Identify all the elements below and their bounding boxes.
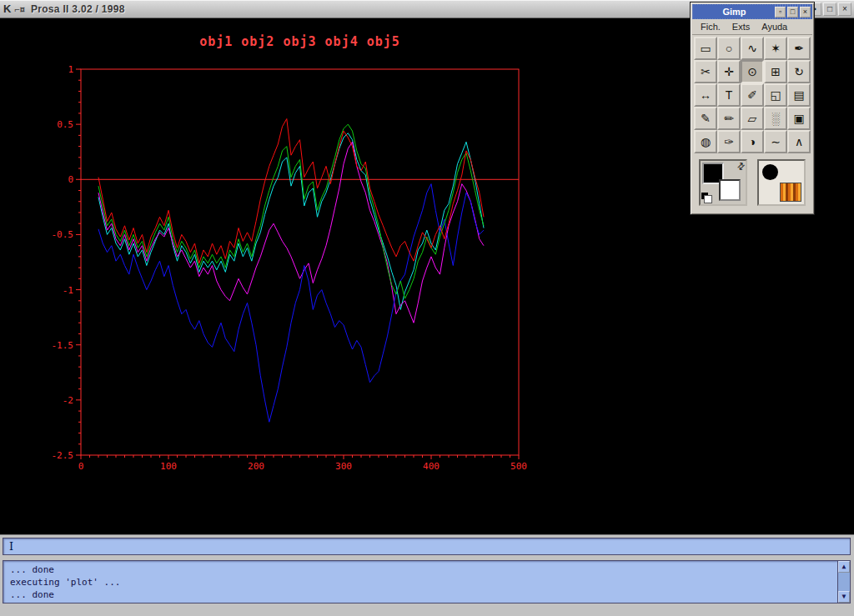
x-tick-label: 100 [160, 461, 177, 472]
clone-tool[interactable]: ▣ [787, 107, 811, 130]
series-obj3-line [98, 184, 484, 423]
gimp-menubar: Fich.ExtsAyuda [692, 19, 812, 35]
blend-tool-icon: ▤ [793, 88, 804, 102]
ink-tool[interactable]: ✑ [717, 130, 741, 153]
close-button[interactable]: × [838, 3, 851, 16]
dodge-burn-tool-icon: ◑ [749, 135, 756, 148]
scissors-tool[interactable]: ✂ [694, 60, 717, 83]
gimp-shade-button[interactable]: ▫ [775, 7, 786, 18]
console-output: ... doneexecuting 'plot' ...... done ▲ ▼ [3, 560, 851, 603]
rect-select-tool-icon: ▭ [700, 42, 711, 55]
window-title: Prosa II 3.02 / 1998 [31, 3, 125, 15]
gimp-titlebar[interactable]: Gimp ▫□× [692, 4, 812, 19]
x-tick-label: 200 [248, 461, 264, 472]
rect-select-tool[interactable]: ▭ [694, 37, 717, 60]
bezier-select-tool[interactable]: ✒ [787, 37, 811, 60]
move-tool-icon: ✛ [724, 65, 734, 78]
bezier-select-tool-icon: ✒ [794, 42, 804, 55]
brush-pattern-indicator[interactable] [757, 159, 806, 206]
fuzzy-select-tool[interactable]: ✶ [764, 37, 787, 60]
app-icon[interactable]: K [3, 1, 11, 18]
smudge-tool-icon: ∼ [771, 135, 781, 148]
swap-colors-icon[interactable]: ⇄ [735, 160, 748, 173]
x-tick-label: 300 [335, 461, 352, 472]
fuzzy-select-tool-icon: ✶ [771, 42, 781, 55]
series-obj1-line [98, 119, 484, 263]
measure-tool[interactable]: ∧ [787, 130, 811, 153]
gimp-maximize-button[interactable]: □ [787, 7, 798, 18]
x-tick-label: 0 [78, 461, 84, 472]
dodge-burn-tool[interactable]: ◑ [741, 130, 764, 153]
y-tick-label: 0 [68, 174, 73, 185]
gimp-window-buttons: ▫□× [775, 7, 811, 18]
pencil-tool[interactable]: ✎ [694, 107, 717, 130]
y-tick-label: -1.5 [52, 340, 74, 351]
text-tool-icon: T [726, 88, 733, 102]
smudge-tool[interactable]: ∼ [764, 130, 787, 153]
blend-tool[interactable]: ▤ [787, 83, 811, 107]
color-picker-tool[interactable]: ✐ [741, 83, 764, 107]
eraser-tool-icon: ▱ [748, 112, 757, 125]
ellipse-select-tool-icon: ○ [726, 42, 732, 55]
text-cursor: I [9, 540, 13, 553]
menu-fich[interactable]: Fich. [696, 21, 726, 33]
y-tick-label: 0.5 [57, 119, 73, 130]
gimp-window-title: Gimp [694, 5, 775, 18]
y-tick-label: -1 [63, 285, 73, 296]
console-lines: ... doneexecuting 'plot' ...... done [3, 561, 836, 603]
command-input[interactable]: I [3, 538, 851, 555]
paintbrush-tool[interactable]: ✏ [717, 107, 741, 130]
airbrush-tool-icon: ░ [771, 112, 780, 125]
default-colors-icon[interactable] [701, 193, 712, 203]
x-tick-label: 400 [423, 461, 440, 472]
gimp-toolbox-window[interactable]: Gimp ▫□× Fich.ExtsAyuda ▭○∿✶✒✂✛⊙⊞↻↔T✐◱▤✎… [690, 2, 815, 215]
console-line: executing 'plot' ... [10, 576, 830, 588]
menu-ayuda[interactable]: Ayuda [756, 21, 792, 33]
bucket-fill-tool[interactable]: ◱ [764, 83, 787, 107]
airbrush-tool[interactable]: ░ [764, 107, 787, 130]
y-tick-label: 1 [68, 64, 73, 75]
y-tick-label: -2 [63, 395, 73, 406]
ellipse-select-tool[interactable]: ○ [717, 37, 741, 60]
bucket-fill-tool-icon: ◱ [770, 88, 781, 102]
text-tool[interactable]: T [717, 83, 741, 107]
move-tool[interactable]: ✛ [717, 60, 741, 83]
scroll-down-button[interactable]: ▼ [838, 591, 850, 603]
transform-tool[interactable]: ↻ [787, 60, 811, 83]
scroll-up-button[interactable]: ▲ [838, 561, 850, 573]
console-panel: I ... doneexecuting 'plot' ...... done ▲… [0, 534, 854, 616]
transform-tool-icon: ↻ [794, 65, 804, 78]
plot-title: obj1 obj2 obj3 obj4 obj5 [199, 34, 400, 49]
convolve-tool[interactable]: ◍ [694, 130, 717, 153]
y-tick-label: -2.5 [52, 450, 74, 461]
eraser-tool[interactable]: ▱ [741, 107, 764, 130]
console-line: ... done [10, 588, 830, 601]
console-scrollbar[interactable]: ▲ ▼ [837, 561, 850, 603]
crop-tool-icon: ⊞ [771, 65, 781, 78]
magnify-tool-icon: ⊙ [747, 65, 757, 78]
series-obj2-line [98, 124, 484, 298]
console-line: ... done [10, 563, 830, 576]
x-tick-label: 500 [510, 461, 527, 472]
series-obj5-line [98, 133, 484, 310]
crop-tool[interactable]: ⊞ [764, 60, 787, 83]
measure-tool-icon: ∧ [795, 135, 803, 148]
y-tick-label: -0.5 [52, 229, 74, 240]
maximize-button[interactable]: □ [823, 3, 836, 16]
free-select-tool-icon: ∿ [747, 42, 757, 55]
background-color-swatch[interactable] [719, 179, 741, 201]
fg-bg-color-selector[interactable]: ⇄ [699, 159, 747, 206]
menu-exts[interactable]: Exts [727, 21, 755, 33]
active-pattern-preview[interactable] [780, 183, 801, 202]
paintbrush-tool-icon: ✏ [724, 112, 734, 125]
plot-frame [81, 69, 519, 455]
window-menu-icon[interactable]: ⌐¤ [14, 1, 25, 18]
flip-tool[interactable]: ↔ [694, 83, 717, 107]
active-brush-preview[interactable] [762, 164, 778, 180]
free-select-tool[interactable]: ∿ [741, 37, 764, 60]
magnify-tool[interactable]: ⊙ [741, 60, 764, 83]
color-picker-tool-icon: ✐ [747, 88, 757, 102]
pencil-tool-icon: ✎ [701, 112, 711, 125]
gimp-close-button[interactable]: × [800, 7, 811, 18]
gimp-color-area: ⇄ [692, 154, 812, 213]
